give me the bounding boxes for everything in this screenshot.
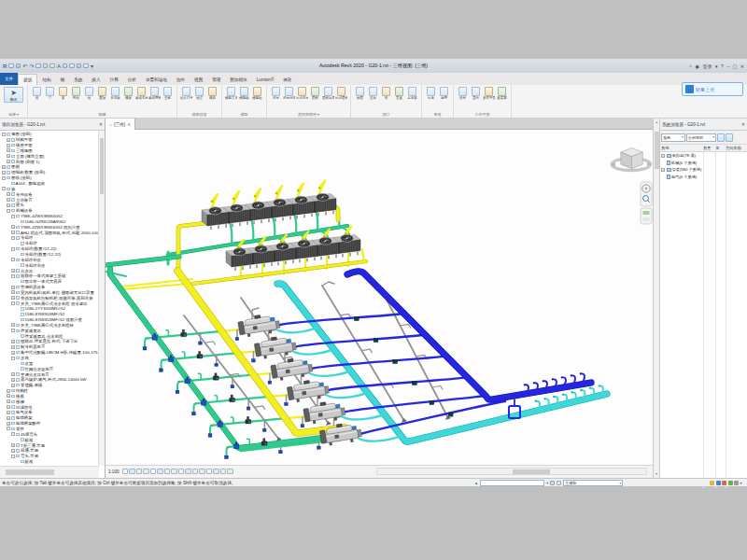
view-control-icon[interactable] — [150, 469, 157, 475]
modify-button[interactable]: ➤ 修改 — [4, 87, 23, 103]
workset-dropdown[interactable] — [480, 480, 544, 486]
tree-expander[interactable]: − — [2, 187, 6, 190]
ribbon-button[interactable]: 标高 — [425, 86, 437, 100]
tree-expander[interactable]: + — [7, 399, 10, 403]
ribbon-button[interactable]: 竖梃 — [162, 86, 174, 100]
ribbon-button[interactable]: 墙 — [380, 86, 392, 100]
tree-expander[interactable]: + — [11, 231, 15, 234]
tree-expander[interactable]: + — [7, 411, 10, 414]
view-control-icon[interactable] — [129, 469, 135, 475]
view-control-icon[interactable] — [122, 469, 129, 475]
group-label-select[interactable]: 选择 ▾ — [3, 111, 24, 118]
view-scale[interactable]: 1:100 — [106, 469, 122, 474]
tree-expander[interactable]: − — [11, 432, 15, 436]
tree-expander[interactable]: + — [7, 203, 10, 207]
tree-expander[interactable]: − — [11, 329, 15, 332]
tree-expander[interactable]: + — [2, 165, 6, 169]
close-icon[interactable]: ✕ — [741, 121, 745, 127]
tab-视图[interactable]: 视图 — [190, 74, 207, 85]
ribbon-button[interactable]: 天花板 — [109, 86, 121, 100]
tab-系统[interactable]: 系统 — [69, 74, 87, 85]
tree-expander[interactable]: − — [11, 247, 15, 251]
ribbon-button[interactable]: 房间分隔 — [283, 86, 295, 100]
tree-expander[interactable]: + — [661, 168, 665, 172]
worksharing-icon[interactable]: ✦ — [474, 481, 478, 486]
ribbon-button[interactable]: 参照平面 — [483, 86, 495, 100]
tab-注释[interactable]: 注释 — [106, 74, 123, 85]
tree-expander[interactable]: − — [11, 357, 15, 360]
minimize-icon[interactable]: – — [726, 63, 729, 69]
tab-管理[interactable]: 管理 — [207, 74, 225, 85]
tree-expander[interactable]: + — [11, 372, 15, 376]
ribbon-button[interactable]: 设置 — [457, 86, 469, 100]
view-control-icon[interactable] — [192, 469, 199, 475]
ribbon-button[interactable]: 轴网 — [438, 86, 450, 100]
tree-horizontal-scrollbar[interactable] — [0, 466, 99, 478]
help-icon[interactable]: ? — [721, 63, 724, 69]
ribbon-button[interactable]: 标记房间 — [296, 86, 308, 100]
tree-expander[interactable]: + — [7, 394, 10, 398]
ribbon-button[interactable]: 墙 — [31, 86, 43, 100]
ribbon-button[interactable]: 房间 — [270, 86, 282, 100]
drawing-vertical-scrollbar[interactable]: ▲▼ — [653, 119, 660, 478]
tree-expander[interactable]: − — [2, 133, 6, 136]
tree-expander[interactable]: − — [2, 176, 6, 180]
close-icon[interactable]: ✕ — [99, 121, 103, 127]
ribbon-button[interactable]: 构件 — [70, 86, 82, 100]
tree-expander[interactable]: + — [11, 225, 15, 229]
view-control-icon[interactable] — [213, 469, 219, 475]
tree-expander[interactable]: + — [11, 449, 15, 453]
system-row[interactable]: 机械(0 个系统) — [660, 160, 747, 167]
tab-file[interactable]: 文件 — [0, 73, 18, 85]
tab-附加模块[interactable]: 附加模块 — [225, 74, 251, 85]
ribbon-button[interactable]: 面积 — [309, 86, 321, 100]
tree-expander[interactable]: + — [11, 351, 15, 355]
tree-vertical-scrollbar[interactable] — [98, 131, 105, 466]
ribbon-button[interactable]: 模型组 — [251, 86, 263, 100]
tree-expander[interactable]: + — [11, 443, 15, 447]
drawing-horizontal-scrollbar[interactable] — [376, 468, 647, 475]
ribbon-button[interactable]: 栏杆扶手 — [180, 86, 192, 100]
view-tab-3d[interactable]: ⌂ {三维} ✕ — [106, 119, 135, 130]
ribbon-button[interactable]: 窗 — [57, 86, 69, 100]
tree-expander[interactable]: + — [661, 154, 665, 158]
filter-icon[interactable] — [734, 481, 739, 485]
settings-icon[interactable] — [726, 133, 733, 142]
status-icon-press-drag[interactable] — [722, 481, 726, 485]
tab-协作[interactable]: 协作 — [172, 74, 190, 85]
design-options-dropdown[interactable]: 主模型▾ — [563, 480, 623, 486]
tree-expander[interactable]: + — [7, 422, 10, 426]
ribbon-button[interactable]: 查看器 — [496, 86, 508, 100]
tree-expander[interactable]: + — [11, 269, 15, 273]
tree-expander[interactable]: − — [11, 258, 15, 261]
tree-expander[interactable]: + — [7, 198, 10, 202]
status-icon-edit-family[interactable] — [716, 481, 721, 485]
tree-expander[interactable]: + — [2, 171, 6, 175]
discipline-filter-dropdown[interactable]: 全部规程▾ — [686, 133, 716, 142]
tree-expander[interactable]: + — [11, 340, 15, 343]
ribbon-button[interactable]: 面积边界 — [322, 86, 334, 100]
view-control-icon[interactable] — [199, 469, 205, 475]
ribbon-button[interactable]: 标记面积 — [335, 86, 347, 100]
restore-icon[interactable]: ▢ — [733, 63, 738, 69]
tab-结构[interactable]: 结构 — [37, 74, 55, 85]
tree-expander[interactable]: + — [7, 389, 10, 393]
view-control-icon[interactable] — [206, 469, 213, 475]
system-filter-dropdown[interactable]: 系统▾ — [661, 133, 685, 142]
login-label[interactable]: 登录 — [702, 63, 712, 69]
system-row[interactable]: 电气(0 个系统) — [660, 174, 747, 181]
tree-expander[interactable]: + — [11, 384, 15, 387]
view-control-icon[interactable] — [220, 469, 227, 475]
tree-expander[interactable]: + — [7, 148, 10, 152]
tab-钢[interactable]: 钢 — [56, 74, 70, 85]
view-control-icon[interactable] — [227, 469, 233, 475]
tab-Lumion®[interactable]: Lumion® — [252, 74, 278, 85]
ribbon-button[interactable]: 门 — [44, 86, 56, 100]
view-control-icon[interactable] — [143, 469, 149, 475]
ribbon-button[interactable]: 竖井 — [367, 86, 379, 100]
tree-expander[interactable]: + — [7, 416, 10, 420]
ribbon-button[interactable]: 垂直 — [393, 86, 405, 100]
tab-修改[interactable]: 修改 — [278, 74, 296, 85]
link-icon[interactable] — [557, 481, 561, 485]
view-control-icon[interactable] — [157, 469, 163, 475]
